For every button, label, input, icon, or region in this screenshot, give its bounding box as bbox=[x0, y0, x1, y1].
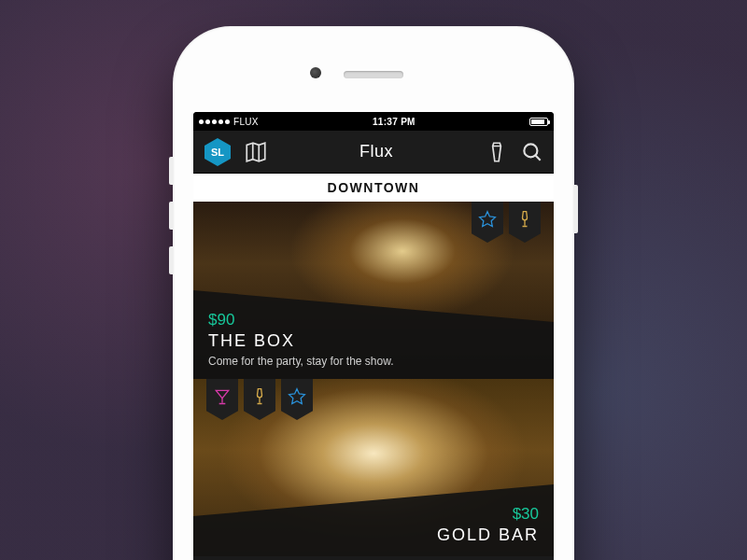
venue-card[interactable]: $90THE BOXCome for the party, stay for t… bbox=[193, 202, 554, 379]
venue-feed[interactable]: $90THE BOXCome for the party, stay for t… bbox=[193, 202, 554, 556]
svg-line-2 bbox=[535, 155, 540, 160]
search-icon[interactable] bbox=[520, 140, 544, 164]
venue-name: THE BOX bbox=[208, 331, 539, 351]
phone-frame: FLUX 11:37 PM SL Flux bbox=[173, 26, 574, 560]
cocktail-icon[interactable] bbox=[206, 379, 238, 420]
signal-dots-icon bbox=[199, 119, 230, 124]
star-icon[interactable] bbox=[472, 202, 503, 243]
app-title: Flux bbox=[279, 142, 473, 161]
map-icon[interactable] bbox=[244, 140, 268, 164]
app-screen: FLUX 11:37 PM SL Flux bbox=[193, 112, 554, 560]
profile-initials: SL bbox=[211, 147, 224, 158]
venue-card[interactable]: $30GOLD BAR bbox=[193, 379, 554, 556]
champagne-icon[interactable] bbox=[244, 379, 275, 420]
star-icon[interactable] bbox=[281, 379, 313, 420]
svg-marker-10 bbox=[289, 389, 305, 404]
shaker-icon[interactable] bbox=[485, 140, 509, 164]
venue-tagline: Come for the party, stay for the show. bbox=[208, 355, 539, 368]
champagne-icon[interactable] bbox=[509, 202, 541, 243]
carrier-label: FLUX bbox=[233, 117, 259, 127]
section-header: DOWNTOWN bbox=[193, 174, 554, 202]
svg-marker-3 bbox=[480, 212, 496, 227]
venue-name: GOLD BAR bbox=[208, 525, 539, 545]
battery-icon bbox=[529, 118, 548, 126]
badge-row bbox=[206, 379, 313, 420]
phone-speaker bbox=[344, 71, 403, 78]
clock-label: 11:37 PM bbox=[259, 117, 529, 127]
nav-bar: SL Flux bbox=[193, 131, 554, 174]
profile-badge[interactable]: SL bbox=[203, 137, 233, 167]
section-label: DOWNTOWN bbox=[328, 180, 420, 195]
status-bar: FLUX 11:37 PM bbox=[193, 112, 554, 131]
phone-camera bbox=[310, 67, 321, 78]
badge-row bbox=[472, 202, 541, 243]
